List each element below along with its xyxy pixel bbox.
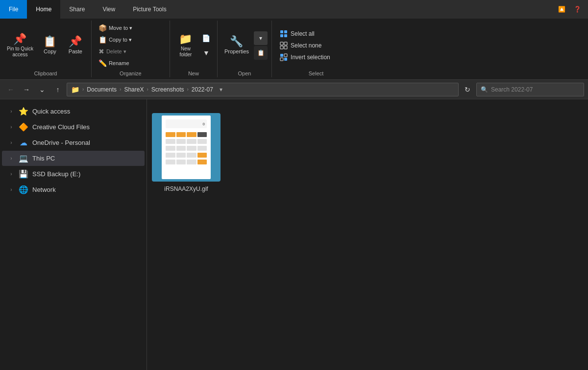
open-content: 🔧 Properties ▾ 📋 xyxy=(221,23,268,69)
calc-btn-13 xyxy=(166,153,175,158)
calc-btn-18 xyxy=(176,160,186,164)
delete-button[interactable]: ✖ Delete ▾ xyxy=(96,46,166,57)
calc-btn-17 xyxy=(166,160,175,164)
invert-selection-icon xyxy=(280,53,288,61)
invert-selection-button[interactable]: Invert selection xyxy=(276,52,334,63)
path-part-2022-07[interactable]: 2022-07 xyxy=(192,86,213,93)
organize-content: 📦 Move to ▾ 📋 Copy to ▾ ✖ Delete ▾ ✏️ Re… xyxy=(96,23,166,69)
path-part-screenshots[interactable]: Screenshots xyxy=(151,86,184,93)
address-dropdown-button[interactable]: ▾ xyxy=(215,83,227,96)
ribbon-tabs: File Home Share View Picture Tools 🔼 ❓ xyxy=(0,0,588,19)
calc-btn-8 xyxy=(197,139,207,144)
path-separator-2: › xyxy=(147,87,148,92)
svg-rect-5 xyxy=(284,42,287,45)
delete-label: Delete ▾ xyxy=(106,48,126,55)
sidebar-label-this-pc: This PC xyxy=(32,155,55,162)
new-items-area: 📄 ▼ xyxy=(199,31,213,60)
calc-row-4 xyxy=(166,153,207,158)
new-item-button[interactable]: 📄 xyxy=(199,31,213,45)
svg-rect-0 xyxy=(280,30,283,33)
creative-cloud-icon: 🔶 xyxy=(19,122,28,132)
ssd-backup-icon: 💾 xyxy=(19,169,28,179)
calc-btn-15 xyxy=(187,153,196,158)
up-button[interactable]: ↑ xyxy=(51,83,65,96)
paste-button[interactable]: 📌 Paste xyxy=(64,34,87,57)
sidebar-item-onedrive[interactable]: › ☁ OneDrive - Personal xyxy=(2,135,145,150)
new-group: 📁 Newfolder 📄 ▼ New xyxy=(170,21,218,77)
search-placeholder: Search 2022-07 xyxy=(491,86,533,93)
file-item-gif[interactable]: 0 xyxy=(157,109,216,196)
organize-stack: 📦 Move to ▾ 📋 Copy to ▾ ✖ Delete ▾ ✏️ Re… xyxy=(96,23,166,69)
move-to-label: Move to ▾ xyxy=(109,25,132,31)
tab-view[interactable]: View xyxy=(94,0,124,19)
pin-to-quick-access-button[interactable]: 📌 Pin to Quickaccess xyxy=(4,32,36,60)
sidebar-item-ssd-backup[interactable]: › 💾 SSD Backup (E:) xyxy=(2,166,145,182)
expand-icon-network: › xyxy=(8,187,15,192)
copy-icon: 📋 xyxy=(43,36,56,47)
calc-row-3 xyxy=(166,146,207,151)
copy-to-button[interactable]: 📋 Copy to ▾ xyxy=(96,34,166,45)
search-icon: 🔍 xyxy=(481,86,488,93)
properties-icon: 🔧 xyxy=(230,36,243,47)
search-box[interactable]: 🔍 Search 2022-07 xyxy=(476,83,584,96)
calc-row-5 xyxy=(166,160,207,164)
path-separator-3: › xyxy=(187,87,188,92)
refresh-button[interactable]: ↻ xyxy=(461,83,474,96)
path-folder-icon: 📁 xyxy=(71,86,79,93)
open-options: ▾ 📋 xyxy=(254,31,268,60)
tab-home[interactable]: Home xyxy=(27,0,60,19)
sidebar-label-creative-cloud: Creative Cloud Files xyxy=(32,123,90,131)
new-folder-button[interactable]: 📁 Newfolder xyxy=(174,32,197,60)
main-layout: › ⭐ Quick access › 🔶 Creative Cloud File… xyxy=(0,99,588,370)
sidebar-item-quick-access[interactable]: › ⭐ Quick access xyxy=(2,104,145,119)
help-icon[interactable]: ❓ xyxy=(570,2,584,16)
tab-share[interactable]: Share xyxy=(60,0,94,19)
properties-button[interactable]: 🔧 Properties xyxy=(221,34,252,57)
pin-icon: 📌 xyxy=(13,34,26,45)
select-none-icon xyxy=(280,42,288,49)
path-part-sharex[interactable]: ShareX xyxy=(124,86,144,93)
sidebar-item-this-pc[interactable]: › 💻 This PC xyxy=(2,151,145,166)
calc-btn-2 xyxy=(176,132,186,137)
sidebar-item-creative-cloud[interactable]: › 🔶 Creative Cloud Files xyxy=(2,119,145,135)
paste-label: Paste xyxy=(69,48,82,55)
path-part-documents[interactable]: Documents xyxy=(87,86,117,93)
calc-btn-12 xyxy=(197,146,207,151)
new-folder-icon: 📁 xyxy=(179,34,192,45)
svg-rect-9 xyxy=(284,54,287,57)
open-option1[interactable]: ▾ xyxy=(254,31,268,45)
select-none-button[interactable]: Select none xyxy=(276,40,334,51)
pin-label: Pin to Quickaccess xyxy=(7,46,33,58)
svg-rect-8 xyxy=(280,54,283,57)
clipboard-content: 📌 Pin to Quickaccess 📋 Copy 📌 Paste xyxy=(4,23,87,69)
calc-btn-11 xyxy=(187,146,196,151)
open-option2[interactable]: 📋 xyxy=(254,46,268,60)
forward-button[interactable]: → xyxy=(20,83,33,96)
minimize-icon[interactable]: 🔼 xyxy=(555,2,568,16)
rename-button[interactable]: ✏️ Rename xyxy=(96,58,166,69)
expand-icon-this-pc: › xyxy=(8,156,15,161)
tab-file[interactable]: File xyxy=(0,0,27,19)
calc-row-2 xyxy=(166,139,207,144)
copy-button[interactable]: 📋 Copy xyxy=(38,34,62,57)
calc-btn-10 xyxy=(176,146,186,151)
properties-area: 🔧 Properties xyxy=(221,34,252,57)
properties-label: Properties xyxy=(224,48,249,55)
recent-locations-button[interactable]: ⌄ xyxy=(35,83,49,96)
organize-group: 📦 Move to ▾ 📋 Copy to ▾ ✖ Delete ▾ ✏️ Re… xyxy=(92,21,170,77)
quick-access-icon: ⭐ xyxy=(19,107,28,116)
select-all-button[interactable]: Select all xyxy=(276,28,334,39)
tab-picture-tools[interactable]: Picture Tools xyxy=(124,0,175,19)
expand-icon-quick-access: › xyxy=(8,109,15,114)
file-area: 0 xyxy=(147,99,588,370)
organize-label: Organize xyxy=(96,69,166,77)
address-path[interactable]: 📁 › Documents › ShareX › Screenshots › 2… xyxy=(67,83,459,96)
sidebar-item-network[interactable]: › 🌐 Network xyxy=(2,182,145,197)
invert-selection-label: Invert selection xyxy=(291,54,330,61)
new-item2-button[interactable]: ▼ xyxy=(199,46,213,60)
calc-btn-9 xyxy=(166,146,175,151)
move-to-button[interactable]: 📦 Move to ▾ xyxy=(96,23,166,33)
back-button[interactable]: ← xyxy=(4,83,18,96)
path-separator-1: › xyxy=(120,87,121,92)
calc-btn-6 xyxy=(176,139,186,144)
